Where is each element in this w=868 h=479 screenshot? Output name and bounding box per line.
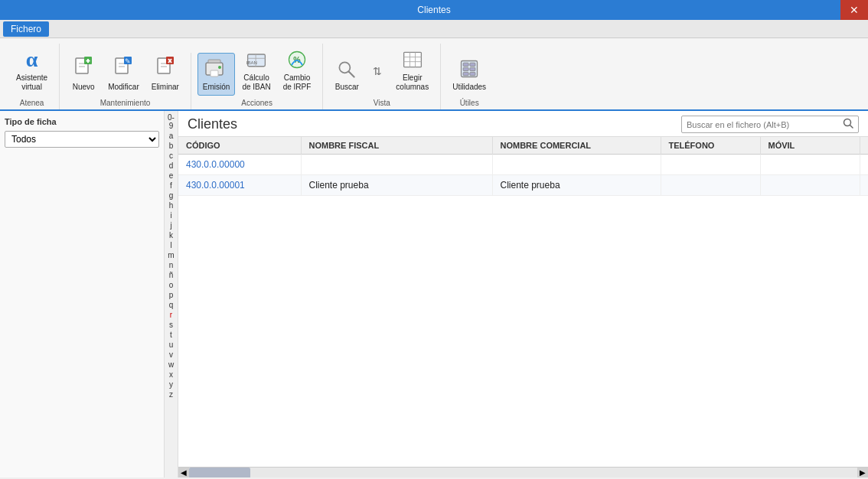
alpha-l[interactable]: l	[165, 240, 178, 250]
svg-text:⇅: ⇅	[373, 65, 382, 77]
asistente-virtual-label: Asistentevirtual	[16, 73, 47, 92]
cell-telefono	[661, 155, 760, 175]
utilidades-button[interactable]: Utilidades	[447, 53, 491, 96]
alpha-j[interactable]: j	[165, 220, 178, 230]
eliminar-icon	[153, 57, 178, 81]
menu-bar: Fichero	[0, 20, 868, 38]
ribbon-buttons-mantenimiento: Nuevo ✎ Modificar	[66, 53, 184, 96]
emision-label: Emisión	[203, 83, 230, 92]
alpha-index: 0-9 a b c d e f g h i j k l m n ñ o p q …	[165, 111, 178, 477]
svg-rect-40	[463, 72, 468, 75]
calculo-iban-button[interactable]: IBAN Cálculode IBAN	[237, 44, 276, 96]
ribbon-group-acciones-label: Acciones	[241, 99, 272, 109]
svg-point-20	[218, 66, 221, 69]
table-header-row: CÓDIGO NOMBRE FISCAL NOMBRE COMERCIAL TE…	[178, 137, 868, 155]
scrollbar-thumb[interactable]	[189, 468, 250, 478]
svg-rect-19	[210, 70, 218, 77]
scroll-right-button[interactable]: ▶	[857, 468, 868, 478]
alpha-k[interactable]: k	[165, 230, 178, 240]
menu-item-fichero[interactable]: Fichero	[3, 21, 49, 37]
ribbon-buttons-acciones: Emisión IBAN Cálculode IBAN	[197, 44, 317, 96]
cambio-irpf-button[interactable]: % Cambiode IRPF	[278, 44, 317, 96]
content-header: Clientes	[178, 111, 868, 136]
emision-button[interactable]: Emisión	[197, 53, 236, 96]
alpha-z[interactable]: z	[165, 389, 178, 399]
ribbon-group-atenea: α Asistentevirtual Atenea	[5, 44, 60, 109]
svg-rect-38	[463, 67, 468, 70]
ribbon-group-utiles: Utilidades Útiles	[441, 53, 498, 109]
elegir-columnas-button[interactable]: Elegircolumnas	[390, 44, 434, 96]
modificar-button[interactable]: ✎ Modificar	[103, 53, 145, 96]
search-input[interactable]	[687, 120, 840, 129]
svg-line-43	[850, 125, 853, 129]
svg-rect-41	[470, 72, 475, 75]
alpha-i[interactable]: i	[165, 210, 178, 220]
tipo-ficha-dropdown[interactable]: Todos	[5, 131, 159, 148]
alpha-b[interactable]: b	[165, 141, 178, 151]
alpha-s[interactable]: s	[165, 320, 178, 330]
ribbon-group-utiles-label: Útiles	[460, 99, 479, 109]
elegir-columnas-icon	[400, 47, 425, 72]
alpha-g[interactable]: g	[165, 191, 178, 200]
ribbon-buttons-utiles: Utilidades	[447, 53, 491, 96]
alpha-o[interactable]: o	[165, 280, 178, 290]
ribbon-group-mantenimiento-label: Mantenimiento	[100, 99, 151, 109]
cell-movil	[760, 175, 860, 196]
alpha-f[interactable]: f	[165, 181, 178, 191]
horizontal-scrollbar: ◀ ▶	[178, 467, 868, 477]
emision-icon	[204, 57, 229, 81]
cell-telefono	[661, 175, 760, 196]
alpha-e[interactable]: e	[165, 171, 178, 181]
cell-movil	[760, 155, 860, 175]
col-header-telefono: TELÉFONO	[661, 137, 760, 155]
alpha-r[interactable]: r	[165, 310, 178, 320]
table-container: CÓDIGO NOMBRE FISCAL NOMBRE COMERCIAL TE…	[178, 136, 868, 467]
alpha-x[interactable]: x	[165, 370, 178, 380]
cell-codigo: 430.0.0.00001	[178, 175, 301, 196]
alpha-n[interactable]: n	[165, 260, 178, 270]
ribbon-group-acciones: Emisión IBAN Cálculode IBAN	[191, 44, 324, 109]
cell-nif	[860, 155, 868, 175]
alpha-w[interactable]: w	[165, 360, 178, 370]
window-title: Clientes	[417, 5, 450, 15]
alpha-y[interactable]: y	[165, 380, 178, 389]
alpha-q[interactable]: q	[165, 300, 178, 310]
alpha-h[interactable]: h	[165, 200, 178, 210]
col-header-movil: MÓVIL	[760, 137, 860, 155]
alpha-ñ[interactable]: ñ	[165, 270, 178, 280]
ribbon-group-mantenimiento: Nuevo ✎ Modificar	[60, 53, 191, 109]
ribbon-group-atenea-label: Atenea	[20, 99, 44, 109]
sort-button[interactable]: ⇅	[366, 62, 389, 82]
alpha-a[interactable]: a	[165, 131, 178, 141]
table-row[interactable]: 430.0.0.00001Cliente pruebaCliente prueb…	[178, 175, 868, 196]
table-row[interactable]: 430.0.0.00000	[178, 155, 868, 175]
alpha-0-9[interactable]: 0-9	[165, 112, 178, 131]
alpha-u[interactable]: u	[165, 340, 178, 350]
nuevo-icon	[71, 57, 96, 81]
calculo-iban-icon: IBAN	[244, 47, 269, 72]
alpha-v[interactable]: v	[165, 350, 178, 360]
ribbon-group-vista-label: Vista	[374, 99, 390, 109]
buscar-label: Buscar	[335, 83, 359, 92]
clients-table: CÓDIGO NOMBRE FISCAL NOMBRE COMERCIAL TE…	[178, 137, 868, 196]
alpha-d[interactable]: d	[165, 161, 178, 171]
ribbon-group-vista: Buscar ⇅	[323, 44, 441, 109]
buscar-button[interactable]: Buscar	[329, 53, 364, 96]
close-button[interactable]: ✕	[840, 0, 868, 20]
scrollbar-track[interactable]	[189, 468, 857, 478]
buscar-icon	[334, 57, 359, 81]
ribbon: α Asistentevirtual Atenea Nu	[0, 38, 868, 111]
alpha-m[interactable]: m	[165, 250, 178, 260]
alpha-t[interactable]: t	[165, 330, 178, 340]
svg-rect-39	[470, 67, 475, 70]
eliminar-button[interactable]: Eliminar	[146, 53, 184, 96]
scroll-left-button[interactable]: ◀	[178, 468, 189, 478]
nuevo-button[interactable]: Nuevo	[66, 53, 101, 96]
col-header-nif: N.I.F.	[860, 137, 868, 155]
asistente-virtual-button[interactable]: α Asistentevirtual	[11, 44, 53, 96]
sidebar: Tipo de ficha Todos	[0, 111, 165, 477]
cell-nombre-fiscal	[301, 155, 492, 175]
alpha-c[interactable]: c	[165, 151, 178, 161]
cell-nif	[860, 175, 868, 196]
alpha-p[interactable]: p	[165, 290, 178, 300]
